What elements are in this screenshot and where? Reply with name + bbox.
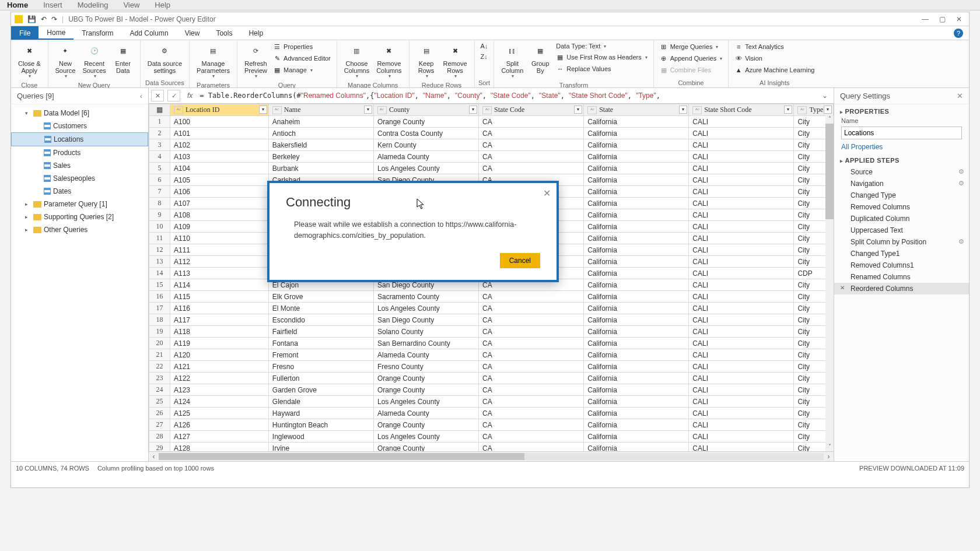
cell[interactable]: Fontana <box>268 338 373 349</box>
cell[interactable]: El Monte <box>268 303 373 314</box>
column-header-location-id[interactable]: ᴬᶜLocation ID▾ <box>170 104 269 116</box>
window-close-icon[interactable]: ✕ <box>956 15 962 23</box>
cell[interactable]: Orange County <box>373 419 478 431</box>
cell[interactable]: CA <box>479 349 584 361</box>
step-duplicated-column[interactable]: Duplicated Column <box>834 213 969 224</box>
cell[interactable]: A104 <box>170 163 269 174</box>
column-header-county[interactable]: ᴬᶜCounty▾ <box>373 104 478 116</box>
cell[interactable]: California <box>584 174 689 186</box>
cell[interactable]: Los Angeles County <box>373 396 478 408</box>
cell[interactable]: CALI <box>689 116 794 128</box>
tab-tools[interactable]: Tools <box>208 26 240 40</box>
query-node-dates[interactable]: Dates <box>11 185 148 198</box>
cell[interactable]: CALI <box>689 209 794 221</box>
filter-icon[interactable]: ▾ <box>364 106 372 114</box>
cell[interactable]: Los Angeles County <box>373 163 478 174</box>
cell[interactable]: California <box>584 349 689 361</box>
row-number[interactable]: 4 <box>149 151 170 163</box>
cell[interactable]: California <box>584 198 689 209</box>
cell[interactable]: San Diego County <box>373 314 478 326</box>
cell[interactable]: Kern County <box>373 139 478 151</box>
cell[interactable]: CALI <box>689 163 794 174</box>
step-removed-columns[interactable]: Removed Columns <box>834 201 969 213</box>
cell[interactable]: A106 <box>170 186 269 198</box>
row-number[interactable]: 5 <box>149 163 170 174</box>
qat-redo-icon[interactable]: ↷ <box>51 15 57 23</box>
cell[interactable]: California <box>584 139 689 151</box>
qat-save-icon[interactable]: 💾 <box>27 15 36 23</box>
cell[interactable]: CALI <box>689 338 794 349</box>
properties-button[interactable]: ☰Properties <box>271 41 333 52</box>
new-source-button[interactable]: ✦New Source <box>52 41 79 80</box>
refresh-preview-button[interactable]: ⟳Refresh Preview <box>241 41 271 80</box>
cell[interactable]: A123 <box>170 384 269 396</box>
first-row-headers-button[interactable]: ▦Use First Row as Headers <box>554 52 649 62</box>
row-number[interactable]: 15 <box>149 279 170 291</box>
merge-queries-button[interactable]: ⊞Merge Queries <box>657 41 725 52</box>
row-number[interactable]: 12 <box>149 244 170 256</box>
cell[interactable]: California <box>584 384 689 396</box>
step-gear-icon[interactable]: ⚙ <box>958 180 964 187</box>
cell[interactable]: CA <box>479 443 584 451</box>
vision-button[interactable]: 👁Vision <box>732 53 817 64</box>
enter-data-button[interactable]: ▦Enter Data <box>110 41 136 75</box>
row-number[interactable]: 27 <box>149 419 170 431</box>
sort-asc-button[interactable]: A↓ <box>478 41 491 51</box>
filter-icon[interactable]: ▾ <box>679 106 687 114</box>
cell[interactable]: Los Angeles County <box>373 431 478 443</box>
cell[interactable]: A111 <box>170 244 269 256</box>
cell[interactable]: California <box>584 151 689 163</box>
cell[interactable]: CA <box>479 361 584 373</box>
cell[interactable]: California <box>584 186 689 198</box>
cell[interactable]: CALI <box>689 408 794 419</box>
outer-menu-insert[interactable]: Insert <box>43 1 62 9</box>
cell[interactable]: Glendale <box>268 396 373 408</box>
row-number[interactable]: 18 <box>149 314 170 326</box>
qat-undo-icon[interactable]: ↶ <box>41 15 47 23</box>
cell[interactable]: CA <box>479 151 584 163</box>
text-analytics-button[interactable]: ≡Text Analytics <box>732 41 817 52</box>
cell[interactable]: A120 <box>170 349 269 361</box>
cell[interactable]: A101 <box>170 128 269 139</box>
data-type-button[interactable]: Data Type: Text <box>554 41 649 51</box>
cell[interactable]: California <box>584 279 689 291</box>
cell[interactable]: California <box>584 303 689 314</box>
cell[interactable]: CALI <box>689 198 794 209</box>
cell[interactable]: Hayward <box>268 408 373 419</box>
step-renamed-columns[interactable]: Renamed Columns <box>834 271 969 283</box>
column-header-state[interactable]: ᴬᶜState▾ <box>584 104 689 116</box>
row-number[interactable]: 26 <box>149 408 170 419</box>
azure-ml-button[interactable]: ▲Azure Machine Learning <box>732 65 817 75</box>
row-number[interactable]: 17 <box>149 303 170 314</box>
cell[interactable]: California <box>584 443 689 451</box>
cell[interactable]: Huntington Beach <box>268 419 373 431</box>
row-number[interactable]: 14 <box>149 268 170 279</box>
outer-menu-view[interactable]: View <box>123 1 139 9</box>
folder-node[interactable]: ▸Parameter Query [1] <box>11 198 148 210</box>
cell[interactable]: San Bernardino County <box>373 338 478 349</box>
cell[interactable]: Elk Grove <box>268 291 373 303</box>
folder-node[interactable]: ▸Supporting Queries [2] <box>11 210 148 223</box>
cell[interactable]: CALI <box>689 443 794 451</box>
cell[interactable]: A105 <box>170 174 269 186</box>
cell[interactable]: Alameda County <box>373 349 478 361</box>
filter-icon[interactable]: ▾ <box>469 106 477 114</box>
row-number[interactable]: 2 <box>149 128 170 139</box>
cell[interactable]: CA <box>479 116 584 128</box>
cell[interactable]: Escondido <box>268 314 373 326</box>
cell[interactable]: CA <box>479 163 584 174</box>
cell[interactable]: CALI <box>689 291 794 303</box>
cell[interactable]: Fairfield <box>268 326 373 338</box>
cell[interactable]: CA <box>479 373 584 384</box>
collapse-pane-icon[interactable]: ‹ <box>140 92 142 100</box>
cell[interactable]: Contra Costa County <box>373 128 478 139</box>
query-node-sales[interactable]: Sales <box>11 159 148 172</box>
cell[interactable]: A128 <box>170 443 269 451</box>
cell[interactable]: A119 <box>170 338 269 349</box>
row-number[interactable]: 1 <box>149 116 170 128</box>
cell[interactable]: CALI <box>689 268 794 279</box>
formula-commit-icon[interactable]: ✓ <box>167 90 180 101</box>
cell[interactable]: A126 <box>170 419 269 431</box>
cell[interactable]: California <box>584 256 689 268</box>
cell[interactable]: CALI <box>689 431 794 443</box>
